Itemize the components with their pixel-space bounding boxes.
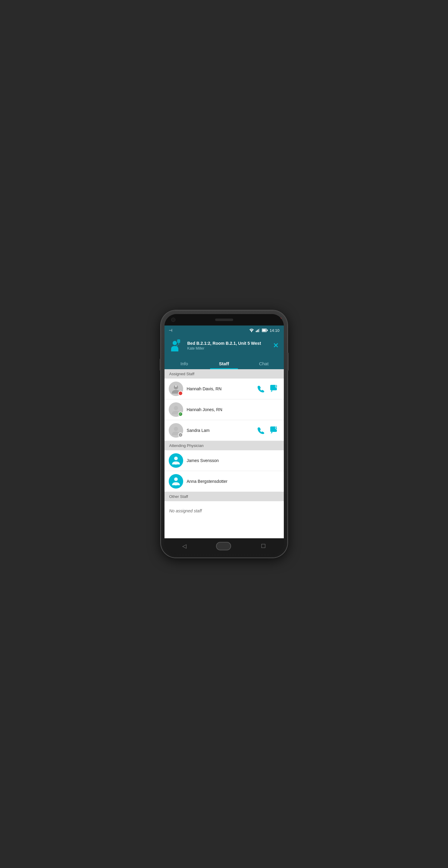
list-item: Hannah Jones, RN (164, 399, 284, 420)
list-item: Anna Bergstensdotter (164, 471, 284, 492)
svg-rect-2 (257, 330, 258, 332)
call-button[interactable] (256, 425, 266, 435)
staff-name: Hannah Davis, RN (187, 386, 253, 391)
chat-button[interactable] (269, 425, 280, 435)
status-bar: ⊣ (164, 326, 284, 335)
svg-point-22 (174, 427, 178, 431)
avatar (169, 381, 183, 396)
recents-button[interactable]: ☐ (255, 540, 272, 552)
bed-info: Bed B.2.1:2, Room B.2.1, Unit 5 West (187, 341, 268, 346)
speaker (215, 318, 233, 321)
action-icons (256, 384, 280, 394)
svg-point-0 (251, 332, 252, 332)
svg-rect-4 (259, 329, 260, 332)
home-button[interactable] (216, 542, 231, 550)
status-dot-grey (178, 433, 183, 437)
svg-rect-1 (256, 331, 257, 332)
bottom-nav-bar: ◁ ☐ (164, 538, 284, 554)
action-icons (256, 425, 280, 435)
content-spacer (164, 521, 284, 538)
staff-name: James Svensson (187, 458, 276, 463)
staff-name: Anna Bergstensdotter (187, 479, 276, 484)
status-dot-red (178, 391, 183, 396)
section-other-staff: Other Staff (164, 492, 284, 501)
signal-icon (256, 329, 260, 332)
section-assigned-staff: Assigned Staff (164, 369, 284, 378)
time-display: 14:10 (270, 328, 280, 333)
svg-rect-8 (177, 339, 180, 343)
avatar (169, 453, 183, 468)
tab-info[interactable]: Info (164, 358, 204, 369)
status-dot-green (178, 412, 183, 416)
back-button[interactable]: ◁ (176, 540, 193, 552)
list-item: Sandra Lam (164, 420, 284, 441)
app-header: Bed B.2.1:2, Room B.2.1, Unit 5 West Kat… (164, 335, 284, 358)
login-icon: ⊣ (169, 328, 172, 333)
header-info: Bed B.2.1:2, Room B.2.1, Unit 5 West Kat… (187, 341, 268, 350)
svg-point-27 (174, 457, 178, 460)
front-camera (171, 318, 175, 322)
staff-name: Hannah Jones, RN (187, 407, 276, 412)
avatar (169, 474, 183, 489)
tab-bar: Info Staff Chat (164, 358, 284, 369)
patient-name: Kate Miller (187, 346, 268, 350)
close-button[interactable]: ✕ (272, 341, 280, 351)
svg-point-10 (173, 341, 177, 345)
patient-icon (169, 338, 184, 353)
section-attending-physician: Attending Physician (164, 441, 284, 450)
tab-staff[interactable]: Staff (204, 358, 244, 369)
avatar (169, 423, 183, 438)
list-item: James Svensson (164, 450, 284, 471)
svg-rect-3 (258, 330, 259, 333)
wifi-icon (249, 329, 254, 332)
svg-rect-7 (267, 330, 268, 331)
tab-chat[interactable]: Chat (244, 358, 284, 369)
chat-button[interactable] (269, 384, 280, 394)
svg-point-29 (174, 477, 178, 481)
battery-icon (262, 329, 268, 332)
content-area: Assigned Staff (164, 369, 284, 538)
staff-name: Sandra Lam (187, 428, 253, 433)
svg-rect-6 (262, 330, 266, 332)
avatar (169, 402, 183, 417)
notch-bar (164, 314, 284, 326)
svg-point-21 (174, 406, 178, 410)
call-button[interactable] (256, 384, 266, 394)
empty-staff-message: No assigned staff (164, 501, 284, 521)
list-item: Hannah Davis, RN (164, 378, 284, 399)
